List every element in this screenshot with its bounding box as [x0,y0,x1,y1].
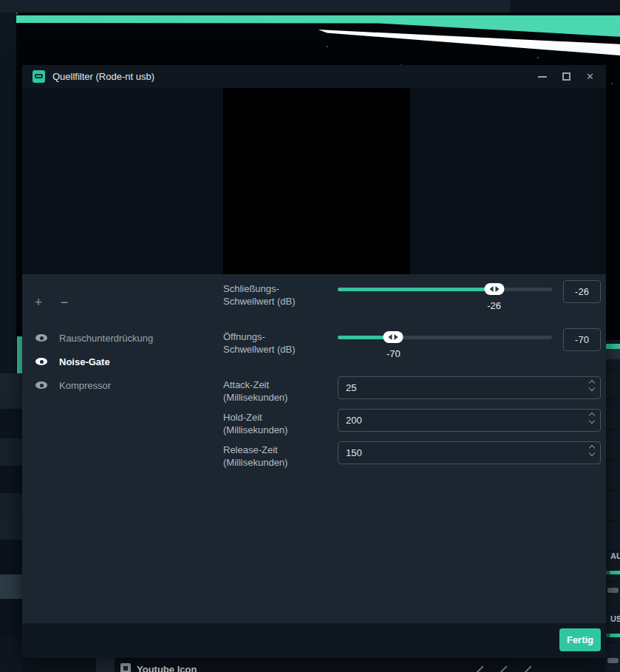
param-label: Schließungs- Schwellwert (dB) [223,280,338,328]
dialog-preview-strip [22,88,606,274]
filter-item-noise-gate[interactable]: Noise-Gate [33,350,223,373]
filter-item-label: Noise-Gate [59,356,110,367]
volume-meter-fragment [606,571,620,574]
hold-time-row: Hold-Zeit (Millisekunden) [223,409,601,441]
visibility-eye-icon[interactable] [35,381,47,389]
attack-time-input[interactable] [338,376,601,399]
maximize-button[interactable] [562,72,570,81]
handle-right-arrow-icon [395,334,398,340]
visibility-eye-icon[interactable] [35,334,47,342]
param-label: Öffnungs- Schwellwert (dB) [223,328,338,376]
chevron-down-icon[interactable] [589,418,595,424]
mixer-accent-strip [606,344,620,349]
stepper-arrows[interactable] [590,413,594,423]
close-threshold-row: Schließungs- Schwellwert (dB) -26 [223,280,601,328]
close-threshold-input[interactable] [563,280,601,303]
stepper-arrows[interactable] [590,446,594,455]
release-time-input[interactable] [338,441,601,464]
close-threshold-slider[interactable]: -26 [338,282,552,318]
mixer-label-fragment: US [610,614,620,623]
hold-time-input[interactable] [338,409,601,432]
param-label: Release-Zeit (Millisekunden) [223,441,338,474]
dialog-title: Quellfilter (Rode-nt usb) [52,71,154,82]
panel-edge-block [96,658,115,672]
filters-panel: + − Rauschunterdrückung Noise-Gate Kompr… [22,274,223,623]
mixer-label-fragment: AU [610,551,620,560]
visibility-eye-icon[interactable] [35,358,47,365]
overlay-side-bar [17,336,22,373]
slider-value-label: -70 [386,348,401,359]
open-threshold-slider[interactable]: -70 [338,330,552,366]
volume-slider-fragment [607,588,619,593]
minimize-button[interactable] [538,76,547,78]
lock-icon [523,665,531,672]
slider-handle[interactable] [484,283,504,295]
attack-time-row: Attack-Zeit (Millisekunden) [223,376,601,409]
filter-item-label: Kompressor [59,380,111,391]
chevron-down-icon[interactable] [589,450,595,456]
volume-meter-fragment [606,634,620,637]
param-label: Attack-Zeit (Millisekunden) [223,376,338,409]
volume-slider-fragment [607,658,619,663]
slider-handle[interactable] [384,331,403,343]
filter-preview-video [223,88,410,274]
filter-list: Rauschunterdrückung Noise-Gate Kompresso… [33,326,223,397]
handle-right-arrow-icon [495,286,499,292]
parameters-panel: Schließungs- Schwellwert (dB) -26 [223,274,606,623]
background-bottom-strip: Youtube Icon [22,658,606,672]
mixer-gray-strip [606,349,620,359]
param-label: Hold-Zeit (Millisekunden) [223,409,338,441]
starfield-decoration [16,13,18,14]
handle-left-arrow-icon [489,286,493,292]
app-titlebar [0,0,620,13]
slider-fill [338,288,494,291]
dialog-settings-area: + − Rauschunterdrückung Noise-Gate Kompr… [22,274,606,623]
background-source-list-sliver [0,373,22,672]
close-button[interactable]: ✕ [586,72,594,81]
chevron-down-icon[interactable] [589,385,595,391]
open-threshold-row: Öffnungs- Schwellwert (dB) -70 [223,328,601,376]
source-row-label: Youtube Icon [137,664,197,672]
app-robot-icon [33,70,45,83]
handle-left-arrow-icon [389,334,392,340]
remove-filter-button[interactable]: − [59,295,69,310]
release-time-row: Release-Zeit (Millisekunden) [223,441,601,474]
dialog-footer: Fertig [22,623,606,658]
source-filters-dialog: Quellfilter (Rode-nt usb) ✕ + − Rauschun [22,65,606,658]
window-controls: ✕ [538,65,594,88]
done-button[interactable]: Fertig [559,628,601,651]
background-mixer-sliver: AU US [606,340,620,672]
dialog-titlebar[interactable]: Quellfilter (Rode-nt usb) ✕ [22,65,606,88]
screen: AU US Youtube Icon Quellfilter (Rode-nt … [0,0,620,672]
open-threshold-input[interactable] [563,328,601,351]
filter-item-rauschunterdrueckung[interactable]: Rauschunterdrückung [33,326,223,350]
filter-item-kompressor[interactable]: Kompressor [33,373,223,397]
filter-item-label: Rauschunterdrückung [59,333,153,344]
slider-value-label: -26 [487,300,501,311]
app-titlebar-right-segment [510,0,620,13]
youtube-source-icon [120,663,131,672]
stepper-arrows[interactable] [590,381,594,390]
add-filter-button[interactable]: + [33,295,44,310]
